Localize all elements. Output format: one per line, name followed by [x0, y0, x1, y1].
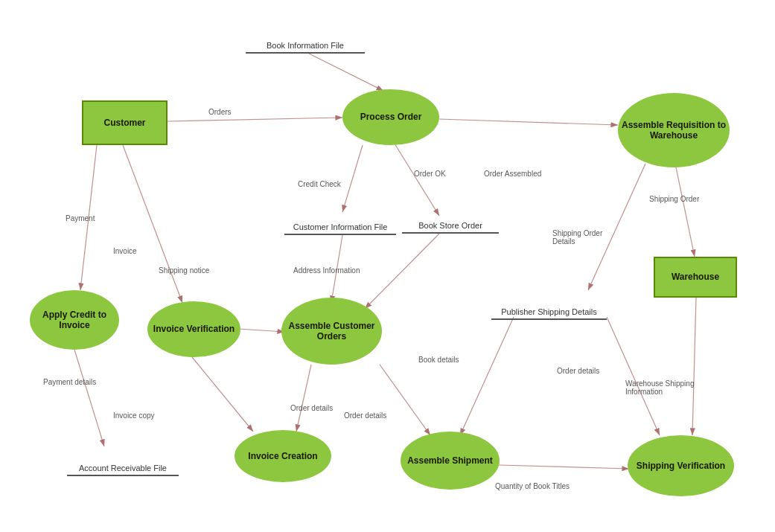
publisher-shipping-node: Publisher Shipping Details: [491, 290, 607, 320]
label-order-assembled: Order Assembled: [484, 170, 541, 178]
assemble-customer-node: Assemble Customer Orders: [281, 298, 382, 365]
label-invoice: Invoice: [113, 247, 137, 255]
label-shipping-notice: Shipping notice: [159, 266, 209, 275]
label-order-ok: Order OK: [414, 170, 446, 178]
edge-assreq-to-warehouse: [675, 164, 695, 257]
assemble-req-node: Assemble Requisition to Warehouse: [618, 93, 730, 167]
invoice-verification-node: Invoice Verification: [147, 301, 240, 357]
edge-aco-to-invcreation: [296, 365, 311, 432]
book-info-file-node: Book Information File: [246, 31, 365, 54]
assemble-shipment-node: Assemble Shipment: [401, 432, 500, 490]
edge-assreq-to-psd: [588, 164, 645, 290]
edge-customer-to-process: [168, 118, 342, 121]
edge-psd-to-as: [460, 317, 514, 435]
label-quantity-books: Quantity of Book Titles: [495, 482, 570, 490]
label-order-details-3: Order details: [557, 367, 599, 375]
edge-aco-to-as: [380, 365, 430, 435]
edge-process-to-custinfo: [342, 145, 363, 212]
label-shipping-order: Shipping Order: [649, 195, 699, 203]
label-shipping-order-details: Shipping OrderDetails: [552, 229, 602, 246]
label-invoice-copy: Invoice copy: [113, 411, 155, 420]
edge-warehouse-to-sv: [692, 298, 696, 435]
label-credit-check: Credit Check: [298, 180, 341, 188]
label-book-details: Book details: [418, 356, 459, 364]
label-order-details-2: Order details: [344, 411, 386, 420]
customer-info-file-node: Customer Information File: [284, 208, 396, 235]
shipping-verification-node: Shipping Verification: [628, 435, 734, 496]
label-payment-details: Payment details: [43, 378, 96, 386]
invoice-creation-node: Invoice Creation: [235, 430, 331, 482]
label-orders: Orders: [208, 108, 232, 116]
label-address-info: Address Information: [293, 266, 360, 275]
label-warehouse-shipping: Warehouse ShippingInformation: [625, 379, 694, 396]
account-receivable-node: Account Receivable File: [67, 446, 179, 476]
diagram-container: Book Information File Customer Informati…: [0, 0, 775, 532]
edge-book-to-process: [309, 54, 383, 91]
edge-invverify-to-aco: [238, 329, 284, 332]
edge-bso-to-aco: [365, 234, 439, 309]
edge-process-to-bso: [395, 144, 439, 216]
edge-as-to-sv: [499, 465, 629, 469]
customer-node: Customer: [82, 100, 168, 145]
edge-cust-to-inv-verify: [123, 145, 182, 303]
edge-apply-to-ar: [74, 350, 104, 446]
label-payment: Payment: [66, 214, 95, 222]
edge-process-to-assreq: [439, 119, 618, 125]
book-store-order-node: Book Store Order: [402, 216, 499, 234]
edge-psd-to-sv: [607, 317, 660, 435]
edge-invverify-to-invcreation: [192, 357, 253, 432]
apply-credit-node: Apply Credit to Invoice: [30, 290, 119, 350]
label-order-details-1: Order details: [290, 404, 333, 412]
warehouse-node: Warehouse: [654, 257, 737, 298]
process-order-node: Process Order: [342, 89, 439, 145]
